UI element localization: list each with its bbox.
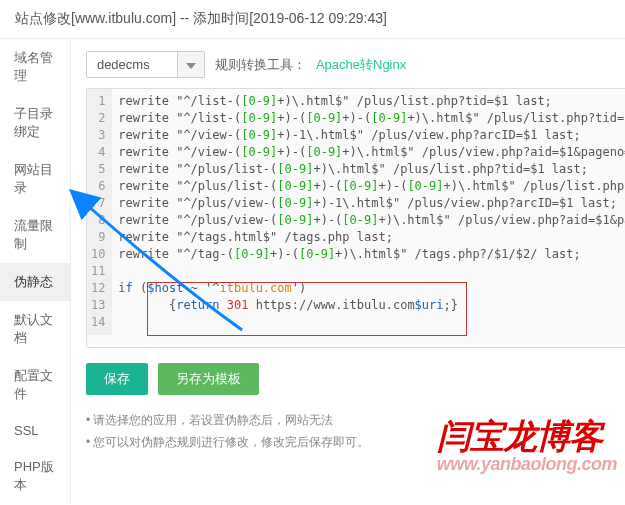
save-button[interactable]: 保存 [86,363,148,395]
sidebar-item[interactable]: 伪静态 [0,263,70,301]
sidebar-item[interactable]: 默认文档 [0,301,70,357]
sidebar-item[interactable]: 域名管理 [0,39,70,95]
tip-item: 您可以对伪静态规则进行修改，修改完后保存即可。 [86,431,625,453]
sidebar-item[interactable]: 配置文件 [0,357,70,413]
tips-list: 请选择您的应用，若设置伪静态后，网站无法 您可以对伪静态规则进行修改，修改完后保… [86,409,625,453]
sidebar-item[interactable]: PHP版本 [0,448,70,504]
sidebar-item[interactable]: 流量限制 [0,207,70,263]
select-value: dedecms [87,52,177,77]
convert-tool-link[interactable]: Apache转Nginx [316,56,406,74]
sidebar: 域名管理子目录绑定网站目录流量限制伪静态默认文档配置文件SSLPHP版本Tomc… [0,39,71,504]
page-title: 站点修改[www.itbulu.com] -- 添加时间[2019-06-12 … [0,0,625,39]
rule-template-select[interactable]: dedecms [86,51,205,78]
sidebar-item[interactable]: SSL [0,413,70,448]
save-as-template-button[interactable]: 另存为模板 [158,363,259,395]
tool-label: 规则转换工具： [215,56,306,74]
code-editor[interactable]: 1234567891011121314 rewrite "^/list-([0-… [86,88,625,348]
sidebar-item[interactable]: 网站目录 [0,151,70,207]
tip-item: 请选择您的应用，若设置伪静态后，网站无法 [86,409,625,431]
main-panel: dedecms 规则转换工具： Apache转Nginx 12345678910… [71,39,625,504]
editor-gutter: 1234567891011121314 [87,89,112,335]
editor-code[interactable]: rewrite "^/list-([0-9]+)\.html$" /plus/l… [112,89,625,335]
sidebar-item[interactable]: 子目录绑定 [0,95,70,151]
chevron-down-icon[interactable] [177,52,204,77]
